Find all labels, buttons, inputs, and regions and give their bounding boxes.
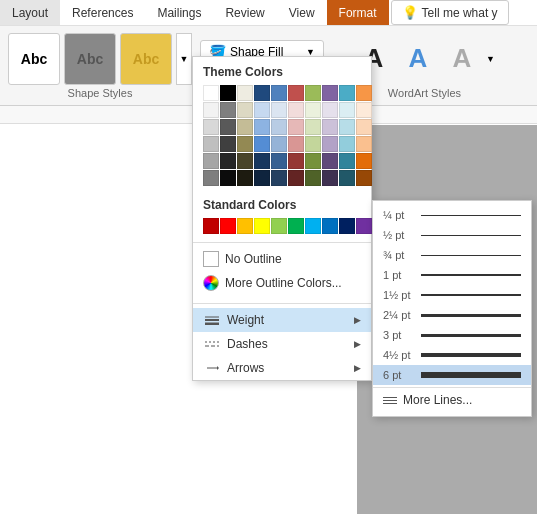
more-colors-option[interactable]: More Outline Colors... — [193, 271, 371, 299]
standard-color-cell[interactable] — [254, 218, 270, 234]
theme-color-cell[interactable] — [356, 102, 372, 118]
theme-color-cell[interactable] — [356, 136, 372, 152]
theme-color-cell[interactable] — [288, 85, 304, 101]
theme-color-cell[interactable] — [356, 119, 372, 135]
theme-color-cell[interactable] — [237, 102, 253, 118]
theme-color-cell[interactable] — [305, 136, 321, 152]
dashes-option[interactable]: Dashes ▶ — [193, 332, 371, 356]
standard-color-cell[interactable] — [339, 218, 355, 234]
theme-color-cell[interactable] — [322, 85, 338, 101]
theme-color-cell[interactable] — [305, 153, 321, 169]
theme-color-cell[interactable] — [288, 102, 304, 118]
theme-color-cell[interactable] — [322, 170, 338, 186]
theme-color-cell[interactable] — [220, 153, 236, 169]
weight-option-row[interactable]: 4½ pt — [373, 345, 531, 365]
theme-color-cell[interactable] — [339, 102, 355, 118]
theme-color-cell[interactable] — [339, 85, 355, 101]
weight-option-row[interactable]: 1½ pt — [373, 285, 531, 305]
theme-color-cell[interactable] — [220, 136, 236, 152]
menu-mailings[interactable]: Mailings — [145, 0, 213, 25]
theme-color-cell[interactable] — [237, 170, 253, 186]
weight-option-row[interactable]: 3 pt — [373, 325, 531, 345]
shape-styles-more-arrow[interactable]: ▼ — [176, 33, 192, 85]
arrows-option[interactable]: Arrows ▶ — [193, 356, 371, 380]
theme-color-cell[interactable] — [322, 153, 338, 169]
weight-option[interactable]: Weight ▶ — [193, 308, 371, 332]
theme-color-cell[interactable] — [339, 136, 355, 152]
shape-btn-1[interactable]: Abc — [8, 33, 60, 85]
theme-color-cell[interactable] — [203, 136, 219, 152]
standard-color-cell[interactable] — [356, 218, 372, 234]
theme-color-cell[interactable] — [339, 153, 355, 169]
theme-color-cell[interactable] — [271, 119, 287, 135]
theme-color-cell[interactable] — [203, 85, 219, 101]
standard-color-cell[interactable] — [237, 218, 253, 234]
theme-color-cell[interactable] — [356, 85, 372, 101]
theme-color-cell[interactable] — [322, 119, 338, 135]
wordart-btn-2[interactable]: A — [398, 33, 438, 85]
theme-color-cell[interactable] — [271, 136, 287, 152]
menu-review[interactable]: Review — [213, 0, 276, 25]
theme-color-cell[interactable] — [271, 153, 287, 169]
theme-color-cell[interactable] — [237, 153, 253, 169]
theme-color-cell[interactable] — [288, 153, 304, 169]
menu-view[interactable]: View — [277, 0, 327, 25]
theme-color-cell[interactable] — [254, 136, 270, 152]
theme-color-cell[interactable] — [254, 153, 270, 169]
theme-color-cell[interactable] — [254, 119, 270, 135]
theme-color-cell[interactable] — [322, 136, 338, 152]
theme-color-cell[interactable] — [220, 170, 236, 186]
standard-color-cell[interactable] — [220, 218, 236, 234]
theme-color-cell[interactable] — [237, 119, 253, 135]
standard-color-cell[interactable] — [305, 218, 321, 234]
theme-color-cell[interactable] — [271, 85, 287, 101]
theme-color-cell[interactable] — [220, 85, 236, 101]
menu-references[interactable]: References — [60, 0, 145, 25]
standard-color-cell[interactable] — [288, 218, 304, 234]
shape-btn-2[interactable]: Abc — [64, 33, 116, 85]
theme-color-cell[interactable] — [356, 170, 372, 186]
weight-option-row[interactable]: 2¼ pt — [373, 305, 531, 325]
theme-color-cell[interactable] — [203, 153, 219, 169]
weight-option-row[interactable]: 6 pt — [373, 365, 531, 385]
weight-option-row[interactable]: ¾ pt — [373, 245, 531, 265]
theme-color-cell[interactable] — [203, 170, 219, 186]
no-outline-option[interactable]: No Outline — [193, 247, 371, 271]
theme-color-cell[interactable] — [271, 170, 287, 186]
theme-color-cell[interactable] — [220, 102, 236, 118]
weight-option-row[interactable]: 1 pt — [373, 265, 531, 285]
theme-color-cell[interactable] — [305, 119, 321, 135]
tell-me-box[interactable]: 💡 Tell me what y — [391, 0, 509, 25]
theme-color-cell[interactable] — [339, 170, 355, 186]
theme-color-cell[interactable] — [237, 136, 253, 152]
shape-btn-3[interactable]: Abc — [120, 33, 172, 85]
theme-color-cell[interactable] — [305, 102, 321, 118]
theme-color-cell[interactable] — [305, 170, 321, 186]
theme-color-cell[interactable] — [254, 170, 270, 186]
theme-color-cell[interactable] — [339, 119, 355, 135]
theme-color-cell[interactable] — [288, 119, 304, 135]
theme-color-cell[interactable] — [322, 102, 338, 118]
more-lines-option[interactable]: More Lines... — [373, 387, 531, 412]
theme-color-cell[interactable] — [203, 102, 219, 118]
lightbulb-icon: 💡 — [402, 5, 418, 20]
theme-color-cell[interactable] — [254, 85, 270, 101]
theme-color-cell[interactable] — [220, 119, 236, 135]
standard-color-cell[interactable] — [271, 218, 287, 234]
wordart-btn-3[interactable]: A — [442, 33, 482, 85]
theme-color-cell[interactable] — [203, 119, 219, 135]
menu-layout[interactable]: Layout — [0, 0, 60, 25]
theme-color-cell[interactable] — [356, 153, 372, 169]
theme-color-cell[interactable] — [237, 85, 253, 101]
standard-color-cell[interactable] — [322, 218, 338, 234]
weight-option-row[interactable]: ½ pt — [373, 225, 531, 245]
theme-color-cell[interactable] — [271, 102, 287, 118]
theme-color-cell[interactable] — [254, 102, 270, 118]
theme-color-cell[interactable] — [288, 170, 304, 186]
weight-option-row[interactable]: ¼ pt — [373, 205, 531, 225]
theme-color-cell[interactable] — [305, 85, 321, 101]
wordart-more-arrow[interactable]: ▼ — [486, 33, 495, 85]
standard-color-cell[interactable] — [203, 218, 219, 234]
menu-format[interactable]: Format — [327, 0, 389, 25]
theme-color-cell[interactable] — [288, 136, 304, 152]
